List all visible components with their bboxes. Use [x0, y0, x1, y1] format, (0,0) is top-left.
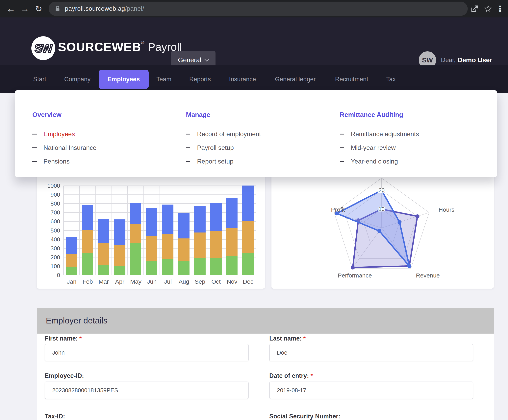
field-input-first-name[interactable] — [45, 344, 249, 361]
gridline-v — [127, 186, 128, 275]
nav-item-insurance[interactable]: Insurance — [229, 76, 256, 83]
required-asterisk: * — [311, 373, 313, 379]
employer-details-form: First name:*Last name:*Employee-ID:Date … — [37, 333, 494, 420]
nav-item-recruitment[interactable]: Recruitment — [335, 76, 368, 83]
x-axis-tick-label: Jun — [143, 278, 161, 285]
avatar-monogram: SW — [422, 56, 433, 64]
radar-chart-card: 1020HoursRevenuePerformanceProfit — [271, 172, 494, 289]
menu-item-pensions[interactable]: Pensions — [32, 158, 70, 165]
bar-segment-middle-orange-apr — [114, 245, 125, 266]
bar-segment-middle-orange-jan — [66, 254, 77, 267]
greeting-prefix: Dear, — [441, 57, 456, 64]
browser-reload-icon[interactable]: ↻ — [35, 4, 42, 14]
dash-bullet-icon — [186, 161, 190, 162]
menu-item-label: Year-end closing — [351, 158, 398, 165]
sourceweb-logo[interactable]: SW — [31, 36, 55, 60]
menu-item-label: National Insurance — [44, 144, 97, 152]
nav-item-reports[interactable]: Reports — [189, 76, 211, 83]
chevron-down-icon — [205, 57, 209, 62]
bar-segment-bottom-green-aug — [178, 261, 189, 275]
bar-segment-top-blue-dec — [242, 186, 254, 221]
gridline-v — [79, 186, 80, 275]
nav-item-start[interactable]: Start — [33, 76, 46, 83]
gridline-v — [256, 186, 256, 275]
nav-item-general-ledger[interactable]: General ledger — [275, 76, 315, 83]
bar-segment-bottom-green-sep — [194, 258, 206, 275]
bar-segment-bottom-green-dec — [242, 253, 254, 275]
bar-segment-middle-orange-jul — [162, 234, 173, 259]
radar-point-series-light-blue — [407, 264, 411, 268]
gridline-v — [240, 186, 240, 275]
bookmark-star-icon[interactable]: ☆ — [484, 3, 493, 14]
field-label-date-of-entry: Date of entry:* — [269, 372, 313, 379]
bar-chart-card: 01002003004005006007008009001000JanFebMa… — [37, 172, 265, 289]
y-axis-tick-label: 600 — [40, 218, 60, 225]
screen: ← → ↻ payroll.sourceweb.ag/panel/ ☆ ⋮ SW… — [0, 0, 508, 420]
bar-segment-middle-orange-jun — [146, 236, 157, 261]
share-icon[interactable] — [470, 4, 479, 13]
bar-segment-bottom-green-nov — [226, 256, 238, 275]
bar-segment-middle-orange-nov — [226, 228, 238, 256]
bar-segment-middle-orange-oct — [210, 231, 222, 258]
menu-item-report-setup[interactable]: Report setup — [186, 158, 233, 165]
dash-bullet-icon — [32, 147, 37, 148]
field-input-date-of-entry[interactable] — [269, 382, 473, 399]
menu-item-remittance-adjustments[interactable]: Remittance adjustments — [340, 130, 419, 138]
dash-bullet-icon — [186, 134, 190, 134]
menu-item-record-of-employment[interactable]: Record of employment — [186, 130, 261, 138]
x-axis-tick-label: Feb — [79, 278, 97, 285]
bar-segment-middle-orange-sep — [194, 232, 206, 258]
bar-segment-middle-orange-may — [130, 224, 141, 243]
nav-item-company[interactable]: Company — [64, 76, 91, 83]
y-axis-tick-label: 200 — [40, 254, 60, 261]
bar-segment-top-blue-oct — [210, 203, 222, 231]
menu-item-national-insurance[interactable]: National Insurance — [32, 144, 97, 152]
app-header: SW SOURCEWEB® Payroll General SW Dear, D… — [0, 17, 508, 65]
gridline-v — [143, 186, 144, 275]
nav-item-employees[interactable]: Employees — [99, 70, 149, 89]
employer-details-header: Employer details — [37, 308, 494, 333]
dash-bullet-icon — [340, 147, 344, 148]
x-axis-tick-label: Jul — [159, 278, 177, 285]
dash-bullet-icon — [32, 161, 37, 162]
field-label-last-name: Last name:* — [269, 335, 306, 342]
gridline-v — [112, 186, 112, 275]
bar-segment-bottom-green-feb — [82, 253, 93, 275]
radar-tick-label: 20 — [379, 187, 385, 193]
menu-heading-overview[interactable]: Overview — [32, 111, 61, 118]
radar-point-series-light-blue — [377, 229, 381, 233]
field-input-last-name[interactable] — [269, 344, 473, 361]
radar-axis-label-performance: Performance — [338, 272, 372, 279]
section-title: Employer details — [46, 316, 107, 326]
required-asterisk: * — [303, 335, 306, 342]
nav-item-team[interactable]: Team — [156, 76, 172, 83]
menu-heading-manage[interactable]: Manage — [186, 111, 210, 118]
menu-item-label: Employees — [44, 130, 75, 138]
browser-back-icon[interactable]: ← — [6, 3, 15, 14]
x-axis-tick-label: Jan — [63, 278, 81, 285]
lock-icon — [55, 5, 60, 12]
y-axis-tick-label: 900 — [40, 191, 60, 198]
url-host: payroll.sourceweb.ag — [65, 5, 125, 12]
nav-item-tax[interactable]: Tax — [386, 76, 396, 83]
bar-segment-bottom-green-apr — [114, 266, 125, 275]
y-axis-tick-label: 800 — [40, 200, 60, 207]
required-asterisk: * — [79, 335, 82, 342]
main-nav: StartCompanyEmployeesTeamReportsInsuranc… — [0, 65, 508, 93]
field-input-employee-id[interactable] — [45, 382, 249, 399]
dash-bullet-icon — [340, 161, 344, 162]
gridline-v — [224, 186, 224, 275]
y-axis-tick-label: 500 — [40, 227, 60, 234]
menu-item-employees[interactable]: Employees — [32, 130, 75, 138]
menu-item-payroll-setup[interactable]: Payroll setup — [186, 144, 234, 152]
address-bar[interactable]: payroll.sourceweb.ag/panel/ — [49, 2, 468, 16]
menu-item-mid-year-review[interactable]: Mid-year review — [340, 144, 396, 152]
browser-forward-icon[interactable]: → — [20, 3, 29, 14]
menu-heading-remittance-auditing[interactable]: Remittance Auditing — [340, 111, 403, 118]
company-selector-label: General — [178, 56, 201, 64]
bar-segment-middle-orange-aug — [178, 239, 189, 261]
gridline-v — [160, 186, 160, 275]
bar-segment-top-blue-jan — [66, 237, 77, 253]
menu-item-year-end-closing[interactable]: Year-end closing — [340, 158, 398, 165]
browser-menu-icon[interactable]: ⋮ — [496, 4, 504, 13]
